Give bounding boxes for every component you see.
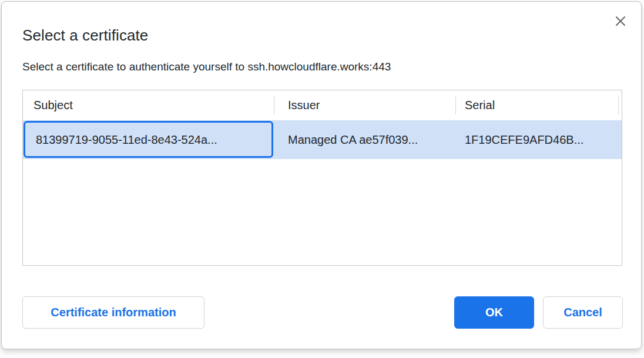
- certificate-table: Subject Issuer Serial 81399719-9055-11ed…: [22, 90, 622, 266]
- cell-issuer: Managed CA ae57f039...: [274, 133, 455, 147]
- column-header-subject: Subject: [23, 99, 274, 112]
- certificate-select-dialog: Select a certificate Select a certificat…: [1, 1, 642, 349]
- cell-serial: 1F19CEFE9AFD46B...: [455, 133, 619, 147]
- dialog-subtitle: Select a certificate to authenticate you…: [22, 60, 391, 73]
- table-header-row: Subject Issuer Serial: [23, 90, 622, 120]
- cell-subject: 81399719-9055-11ed-8e43-524a...: [23, 133, 274, 147]
- ok-button[interactable]: OK: [454, 296, 534, 329]
- cancel-button[interactable]: Cancel: [543, 296, 623, 329]
- column-header-serial: Serial: [455, 99, 619, 112]
- column-divider: [274, 96, 274, 114]
- certificate-information-button[interactable]: Certificate information: [22, 296, 204, 329]
- column-header-issuer: Issuer: [274, 99, 455, 112]
- certificate-row[interactable]: 81399719-9055-11ed-8e43-524a... Managed …: [23, 120, 622, 159]
- page-background: Select a certificate Select a certificat…: [0, 0, 644, 358]
- dialog-title: Select a certificate: [22, 26, 148, 45]
- close-button[interactable]: [613, 13, 628, 29]
- column-divider: [455, 96, 456, 114]
- column-divider: [618, 96, 619, 114]
- close-icon: [615, 16, 626, 26]
